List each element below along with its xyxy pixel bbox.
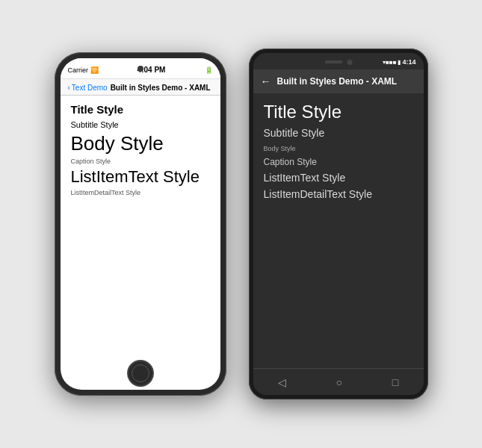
ios-caption-style-label: Caption Style: [71, 158, 210, 165]
ios-back-chevron: ‹: [68, 84, 70, 92]
android-signal-icon: ▾■■■: [383, 59, 397, 66]
ios-home-button[interactable]: [127, 360, 154, 387]
ios-listitem-style-label: ListItemText Style: [71, 168, 210, 186]
ios-nav-bar: ‹ Text Demo Built in Styles Demo - XAML: [61, 79, 220, 96]
android-listitem-style-label: ListItemText Style: [264, 172, 413, 184]
ios-content: Title Style Subtitle Style Body Style Ca…: [61, 96, 220, 357]
android-content: Title Style Subtitle Style Body Style Ca…: [253, 93, 424, 368]
android-home-nav-icon[interactable]: ○: [336, 376, 342, 388]
android-status-bar: ▾■■■ ▮ 4:14: [253, 53, 424, 69]
android-screen: ▾■■■ ▮ 4:14 ← Built in Styles Demo - XAM…: [253, 53, 424, 395]
ios-battery: 🔋: [205, 66, 213, 74]
android-recent-nav-icon[interactable]: □: [392, 376, 398, 388]
android-listitemdetail-style-label: ListItemDetailText Style: [264, 188, 413, 200]
android-status-icons: ▾■■■ ▮ 4:14: [383, 58, 416, 66]
ios-camera: [138, 66, 143, 72]
ios-screen: Carrier 🛜 4:04 PM 🔋 ‹ Text Demo Built in…: [61, 58, 220, 390]
ios-back-button[interactable]: ‹ Text Demo: [68, 84, 108, 92]
ios-title-style-label: Title Style: [71, 103, 210, 116]
android-back-nav-icon[interactable]: ◁: [278, 376, 286, 388]
android-phone: ▾■■■ ▮ 4:14 ← Built in Styles Demo - XAM…: [249, 49, 428, 399]
android-battery-icon: ▮: [398, 59, 401, 66]
android-camera-dot: [347, 60, 352, 65]
ios-phone: Carrier 🛜 4:04 PM 🔋 ‹ Text Demo Built in…: [55, 52, 226, 396]
android-time: 4:14: [402, 58, 415, 66]
ios-home-inner: [132, 364, 149, 382]
android-body-style-label: Body Style: [264, 145, 413, 152]
android-caption-style-label: Caption Style: [264, 157, 413, 167]
android-camera-area: [324, 60, 352, 65]
android-speaker: [324, 60, 342, 63]
android-back-icon[interactable]: ←: [261, 75, 271, 87]
android-subtitle-style-label: Subtitle Style: [264, 126, 413, 140]
ios-listitemdetail-style-label: ListItemDetailText Style: [71, 189, 210, 196]
ios-body-style-label: Body Style: [71, 133, 210, 155]
android-toolbar-title: Built in Styles Demo - XAML: [277, 76, 398, 87]
android-toolbar: ← Built in Styles Demo - XAML: [253, 69, 424, 93]
android-nav-bar: ◁ ○ □: [253, 368, 424, 395]
ios-back-label[interactable]: Text Demo: [72, 84, 108, 92]
ios-nav-title: Built in Styles Demo - XAML: [111, 84, 211, 92]
ios-carrier: Carrier 🛜: [68, 66, 99, 74]
android-title-style-label: Title Style: [264, 102, 413, 122]
ios-subtitle-style-label: Subtitle Style: [71, 119, 210, 130]
